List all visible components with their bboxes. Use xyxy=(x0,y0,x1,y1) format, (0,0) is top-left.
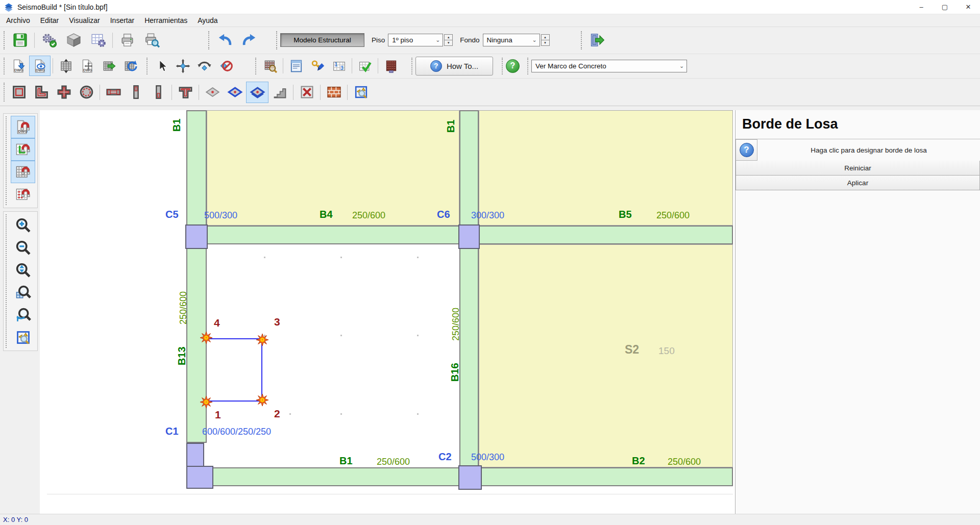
exit-module-button[interactable] xyxy=(585,29,609,52)
zoom-dynamic-icon xyxy=(15,262,32,279)
menu-ayuda[interactable]: Ayuda xyxy=(192,14,223,27)
menu-insertar[interactable]: Insertar xyxy=(105,14,139,27)
snap-to-dwg-button[interactable] xyxy=(11,116,35,138)
selection-point-icon[interactable] xyxy=(200,395,213,409)
snap-to-lines-button[interactable] xyxy=(11,138,35,161)
fondo-select[interactable]: Ninguna⌄ xyxy=(483,34,540,46)
rotate-element-button[interactable] xyxy=(193,56,215,76)
help-button[interactable]: ? xyxy=(506,59,520,73)
beam-button[interactable] xyxy=(125,82,147,103)
plan-label: B1 xyxy=(339,456,353,466)
deactivate-element-button[interactable] xyxy=(215,56,236,76)
delete-element-button[interactable] xyxy=(296,82,318,103)
circular-column-button[interactable] xyxy=(75,82,97,103)
zoom-window-button[interactable] xyxy=(11,281,35,304)
zoom-in-button[interactable] xyxy=(11,214,35,236)
view-dwg-button[interactable] xyxy=(29,56,51,76)
beam-t-icon xyxy=(178,84,193,100)
print-preview-button[interactable] xyxy=(139,29,164,52)
rotate-story-button[interactable] xyxy=(119,56,141,76)
zoom-out-button[interactable] xyxy=(11,236,35,259)
story-manager-button[interactable] xyxy=(55,56,77,76)
properties-brush-button[interactable] xyxy=(307,56,328,76)
beam-b13[interactable] xyxy=(186,110,207,443)
check-model-button[interactable] xyxy=(354,56,376,76)
t-column-button[interactable] xyxy=(53,82,75,103)
renumber-button[interactable] xyxy=(328,56,350,76)
slab-s2[interactable] xyxy=(479,244,733,467)
status-bar: X: 0 Y: 0 xyxy=(0,514,980,525)
spin-down-button[interactable]: ▼ xyxy=(541,40,550,46)
selection-point-icon[interactable] xyxy=(200,331,213,344)
zoom-previous-icon xyxy=(15,307,32,323)
3d-view-button[interactable] xyxy=(61,29,86,52)
snap-to-points-button[interactable] xyxy=(11,183,35,206)
move-dwg-button[interactable] xyxy=(77,56,98,76)
rotate-tool-icon xyxy=(197,59,212,73)
column-c1-foot[interactable] xyxy=(186,466,213,489)
inverted-beam-button[interactable] xyxy=(147,82,169,103)
plan-label: B1 xyxy=(446,119,456,133)
maximize-button[interactable]: ▢ xyxy=(933,0,957,14)
menu-herramientas[interactable]: Herramientas xyxy=(139,14,192,27)
stairs-button[interactable] xyxy=(268,82,291,103)
move-element-button[interactable] xyxy=(172,56,193,76)
panel-help-button[interactable]: ? xyxy=(736,139,757,161)
menu-visualizar[interactable]: Visualizar xyxy=(64,14,105,27)
print-button[interactable] xyxy=(115,29,139,52)
plan-canvas[interactable]: B1B1C5500/300B4250/600C6300/300B5250/600… xyxy=(40,110,735,514)
snap-to-grid-button[interactable] xyxy=(11,161,35,183)
wall-button[interactable] xyxy=(102,82,125,103)
plan-label: 600/600/250/250 xyxy=(202,427,271,436)
menu-editar[interactable]: Editar xyxy=(35,14,64,27)
fondo-spinner[interactable]: ▲▼ xyxy=(541,35,550,46)
reset-button[interactable]: Reiniciar xyxy=(736,161,980,176)
l-column-button[interactable] xyxy=(30,82,53,103)
plan-label: C2 xyxy=(438,452,452,462)
plan-label: C5 xyxy=(165,209,179,219)
column-c2[interactable] xyxy=(458,465,482,490)
selection-point-icon[interactable] xyxy=(256,333,269,346)
minimize-button[interactable]: – xyxy=(910,0,933,14)
infill-wall-button[interactable] xyxy=(323,82,345,103)
slab-edge-button[interactable] xyxy=(224,82,246,103)
recreate-view-button[interactable] xyxy=(350,82,372,103)
how-to-button[interactable]: ?How To... xyxy=(415,57,493,76)
building-modeller-button[interactable] xyxy=(380,56,402,76)
zoom-extents-button[interactable] xyxy=(11,326,35,348)
slab-top-right[interactable] xyxy=(479,110,733,226)
apply-button[interactable]: Aplicar xyxy=(736,176,980,190)
beam-b16[interactable] xyxy=(459,110,479,467)
project-settings-button[interactable] xyxy=(37,29,61,52)
find-element-button[interactable] xyxy=(259,56,281,76)
view-mode-select[interactable]: Ver Marco de Concreto⌄ xyxy=(531,60,687,72)
piso-spinner[interactable]: ▲▼ xyxy=(444,35,453,46)
help-icon: ? xyxy=(506,59,520,73)
zoom-previous-button[interactable] xyxy=(11,304,35,326)
copy-story-button[interactable] xyxy=(98,56,119,76)
grid-settings-button[interactable] xyxy=(86,29,110,52)
wall-section-icon xyxy=(106,84,121,100)
rectangular-column-button[interactable] xyxy=(8,82,30,103)
zoom-dynamic-button[interactable] xyxy=(11,259,35,281)
slab-border-button[interactable] xyxy=(246,82,268,103)
slab-top[interactable] xyxy=(207,110,459,226)
selection-point-icon[interactable] xyxy=(256,393,269,407)
menu-archivo[interactable]: Archivo xyxy=(0,14,35,27)
modelo-estructural-button[interactable]: Modelo Estructural xyxy=(280,33,364,47)
spin-down-button[interactable]: ▼ xyxy=(444,40,453,46)
redo-button[interactable] xyxy=(237,29,261,52)
select-tool-button[interactable] xyxy=(151,56,172,76)
piso-select[interactable]: 1º piso⌄ xyxy=(388,34,443,46)
save-button[interactable] xyxy=(8,29,32,52)
close-button[interactable]: ✕ xyxy=(957,0,980,14)
plan-label: 250/600 xyxy=(179,291,188,324)
slab-button[interactable] xyxy=(201,82,224,103)
t-beam-button[interactable] xyxy=(174,82,197,103)
import-dwg-button[interactable] xyxy=(8,56,29,76)
report-button[interactable] xyxy=(285,56,307,76)
undo-button[interactable] xyxy=(212,29,237,52)
column-c5[interactable] xyxy=(185,224,208,249)
column-c6[interactable] xyxy=(458,224,480,249)
plan-label: 250/600 xyxy=(656,211,690,220)
